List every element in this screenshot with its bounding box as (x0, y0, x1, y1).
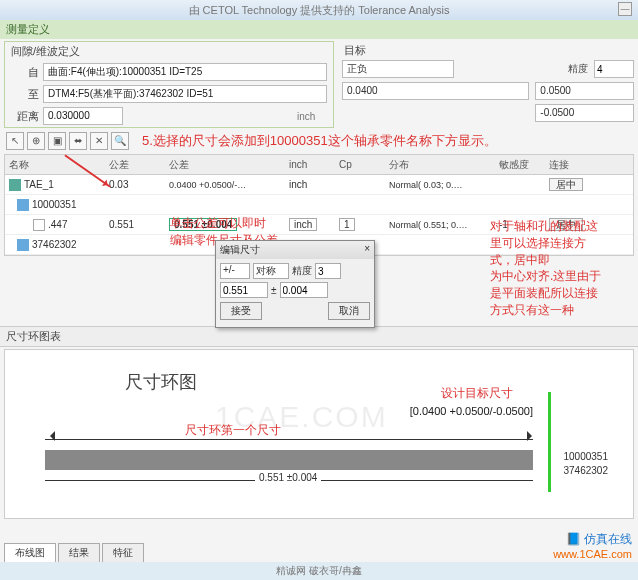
precision-label: 精度 (568, 62, 588, 76)
dialog-title: 编辑尺寸 (220, 243, 260, 257)
col-name: 名称 (5, 158, 105, 172)
col-conn: 连接 (545, 158, 595, 172)
dim-toolbar: ↖ ⊕ ▣ ⬌ ✕ 🔍 5.选择的尺寸会添加到10000351这个轴承零件名称下… (0, 130, 638, 152)
minimize-button[interactable]: — (618, 2, 632, 16)
chart-title: 尺寸环图 (125, 370, 197, 394)
col-sens: 敏感度 (495, 158, 545, 172)
dimension-loop-chart: 1CAE.COM 尺寸环图 设计目标尺寸 [0.0400 +0.0500/-0.… (4, 349, 634, 519)
target-upper[interactable]: 0.0500 (535, 82, 634, 100)
precision-spinner[interactable] (594, 60, 634, 78)
gap-title: 间隙/维波定义 (5, 42, 333, 61)
annotation-connection: 对于轴和孔的装配这 里可以选择连接方 式，居中即 为中心对齐.这里由于 是平面装… (490, 218, 630, 319)
conn-button[interactable]: 居中 (549, 178, 583, 191)
window-title: 由 CETOL Technology 提供支持的 Tolerance Analy… (189, 4, 450, 16)
tool-swap-icon[interactable]: ⬌ (69, 132, 87, 150)
arrow-right-icon (527, 431, 537, 441)
from-label: 自 (11, 65, 39, 80)
mode-select[interactable]: +/- (220, 263, 250, 279)
precision-field[interactable] (315, 263, 341, 279)
part-icon (17, 199, 29, 211)
col-unit: inch (285, 159, 335, 170)
titlebar: 由 CETOL Technology 提供支持的 Tolerance Analy… (0, 0, 638, 20)
gap-definition-panel: 间隙/维波定义 自 曲面:F4(伸出项):10000351 ID=T25 至 D… (4, 41, 334, 128)
site-watermark: 📘 仿真在线 www.1CAE.com (553, 531, 632, 560)
chart-arrow-line (45, 435, 533, 445)
assembly-icon (9, 179, 21, 191)
table-row[interactable]: 10000351 (5, 195, 633, 215)
tab-results[interactable]: 结果 (58, 543, 100, 562)
to-field[interactable]: DTM4:F5(基准平面):37462302 ID=51 (43, 85, 327, 103)
precision-label: 精度 (292, 264, 312, 278)
chart-target-value: [0.0400 +0.0500/-0.0500] (410, 405, 533, 417)
accept-button[interactable]: 接受 (220, 302, 262, 320)
tool-add-icon[interactable]: ⊕ (27, 132, 45, 150)
measure-panel-title: 测量定义 (0, 20, 638, 39)
annotation-step5: 5.选择的尺寸会添加到10000351这个轴承零件名称下方显示。 (142, 132, 497, 150)
tab-layout[interactable]: 布线图 (4, 543, 56, 562)
target-marker-icon (548, 392, 551, 492)
chart-bar (45, 450, 533, 470)
edit-dimension-dialog: 编辑尺寸 × +/- 对称 精度 ± 接受 取消 (215, 240, 375, 328)
cancel-button[interactable]: 取消 (328, 302, 370, 320)
from-field[interactable]: 曲面:F4(伸出项):10000351 ID=T25 (43, 63, 327, 81)
tolerance-field[interactable] (280, 282, 328, 298)
plusminus-label: ± (271, 285, 277, 296)
part-icon (17, 239, 29, 251)
target-mode[interactable]: 正负 (342, 60, 454, 78)
target-title: 目标 (342, 43, 634, 58)
arrow-left-icon (45, 431, 55, 441)
tool-search-icon[interactable]: 🔍 (111, 132, 129, 150)
table-header: 名称 公差 公差 inch Cp 分布 敏感度 连接 (5, 155, 633, 175)
footer: 精诚网 破衣哥/冉鑫 (0, 562, 638, 580)
target-lower[interactable]: -0.0500 (535, 104, 634, 122)
sym-select[interactable]: 对称 (253, 263, 289, 279)
nominal-field[interactable] (220, 282, 268, 298)
dist-field[interactable]: 0.030000 (43, 107, 123, 125)
tool-delete-icon[interactable]: ✕ (90, 132, 108, 150)
col-tol: 公差 (165, 158, 285, 172)
dist-label: 距离 (11, 109, 39, 124)
col-dist: 分布 (385, 158, 495, 172)
tool-box-icon[interactable]: ▣ (48, 132, 66, 150)
tab-features[interactable]: 特征 (102, 543, 144, 562)
chart-dim-label: 0.551 ±0.004 (255, 472, 321, 483)
dist-unit: inch (297, 111, 327, 122)
close-icon[interactable]: × (364, 243, 370, 257)
col-cp: Cp (335, 159, 385, 170)
chart-section-title: 尺寸环图表 (0, 326, 638, 347)
chart-target-label: 设计目标尺寸 (441, 385, 513, 402)
chart-part-labels: 10000351 37462302 (564, 450, 609, 478)
to-label: 至 (11, 87, 39, 102)
bottom-tabs: 布线图 结果 特征 (4, 543, 146, 562)
col-size: 公差 (105, 158, 165, 172)
target-nominal[interactable]: 0.0400 (342, 82, 529, 100)
dim-icon (33, 219, 45, 231)
tool-pick-icon[interactable]: ↖ (6, 132, 24, 150)
